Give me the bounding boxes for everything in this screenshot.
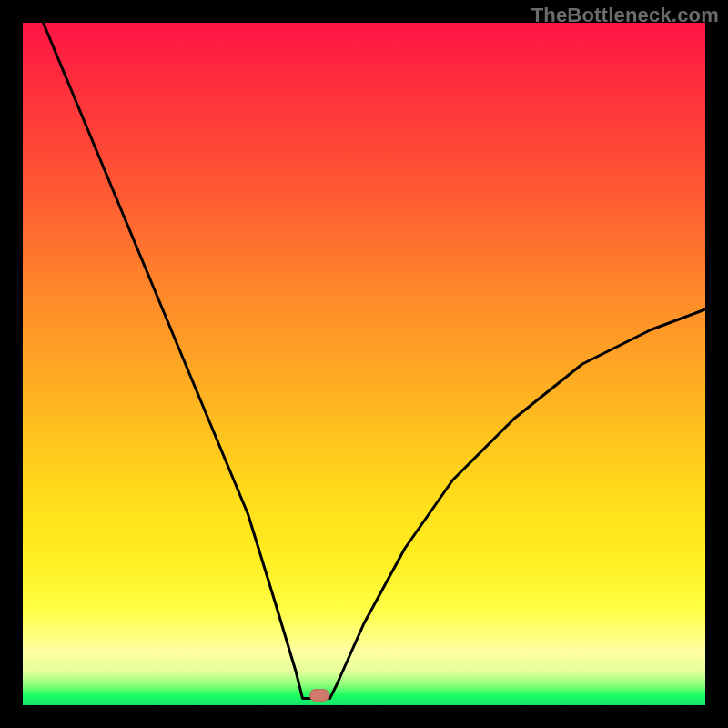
minimum-marker xyxy=(309,689,329,702)
curve-path xyxy=(44,23,706,699)
bottleneck-curve xyxy=(23,23,705,705)
plot-area xyxy=(23,23,705,705)
chart-frame: TheBottleneck.com xyxy=(0,0,728,728)
